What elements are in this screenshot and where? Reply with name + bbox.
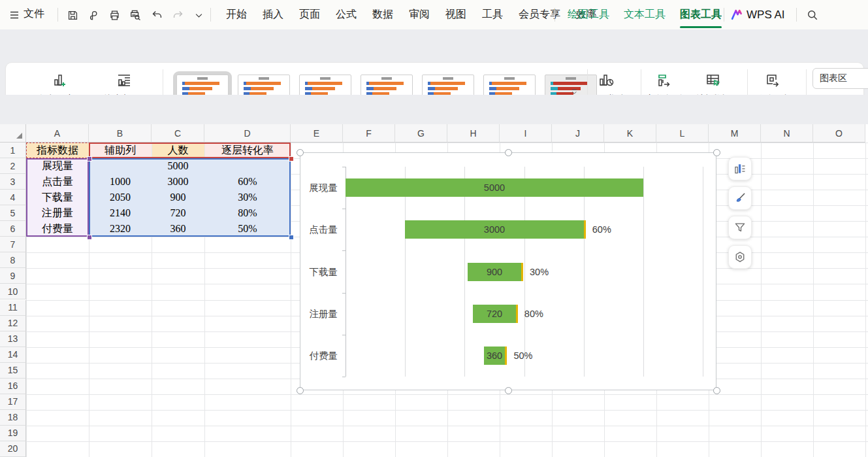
row-header-17[interactable]: 17 <box>0 394 26 410</box>
row-header-5[interactable]: 5 <box>0 205 26 221</box>
chart-gridline <box>464 167 465 377</box>
column-header-L[interactable]: L <box>656 124 709 143</box>
row-header-9[interactable]: 9 <box>0 268 26 284</box>
chart-filter-icon <box>733 221 747 234</box>
menu-item-3[interactable]: 页面 <box>294 8 325 22</box>
row-header-12[interactable]: 12 <box>0 316 26 331</box>
chart-resize-handle[interactable] <box>297 387 304 394</box>
column-header-O[interactable]: O <box>813 124 865 143</box>
chart-gridline <box>405 167 406 377</box>
wps-ai-button[interactable]: WPS AI <box>730 0 785 29</box>
chart-area[interactable]: 展现量5000点击量300060%下载量90030%注册量72080%付费量36… <box>300 152 716 390</box>
column-header-K[interactable]: K <box>604 124 656 143</box>
chart-resize-handle[interactable] <box>297 149 304 156</box>
chart-resize-handle[interactable] <box>713 387 720 394</box>
redo-icon[interactable] <box>170 7 185 23</box>
select-all-corner[interactable] <box>0 124 26 143</box>
chart-rate-label: 50% <box>513 347 532 365</box>
row-header-1[interactable]: 1 <box>0 143 26 158</box>
undo-icon[interactable] <box>149 7 165 23</box>
row-header-18[interactable]: 18 <box>0 410 26 426</box>
toolbar-more-chevron-icon[interactable] <box>191 7 206 23</box>
range-resize-handle[interactable] <box>289 156 294 161</box>
save-icon[interactable] <box>65 7 80 23</box>
range-resize-handle[interactable] <box>87 156 92 161</box>
divider <box>796 8 797 22</box>
menu-item-5[interactable]: 数据 <box>367 8 398 22</box>
row-header-3[interactable]: 3 <box>0 174 26 190</box>
chart-category-label: 付费量 <box>310 350 338 362</box>
chart-rate-bar[interactable] <box>521 263 523 281</box>
column-header-M[interactable]: M <box>709 124 761 143</box>
menu-item-4[interactable]: 公式 <box>330 8 362 22</box>
tool-tab-active[interactable]: 图表工具 <box>674 8 728 22</box>
tool-tab[interactable]: 文本工具 <box>618 8 671 22</box>
menu-item-9[interactable]: 会员专享 <box>513 8 566 22</box>
range-resize-handle[interactable] <box>289 235 294 240</box>
print-icon[interactable] <box>106 7 122 23</box>
chart-resize-handle[interactable] <box>505 149 512 156</box>
chart-rate-bar[interactable] <box>516 305 518 323</box>
row-header-10[interactable]: 10 <box>0 284 26 299</box>
category-range <box>26 158 89 237</box>
column-header-B[interactable]: B <box>89 124 152 143</box>
chart-rate-bar[interactable] <box>584 220 586 239</box>
chart-rate-bar[interactable] <box>505 347 507 365</box>
chart-rate-label: 60% <box>592 220 611 239</box>
row-header-8[interactable]: 8 <box>0 252 26 268</box>
chart-style-brush-button[interactable] <box>728 186 752 210</box>
chart-settings-button[interactable] <box>728 245 752 269</box>
chart-bar[interactable]: 720 <box>473 305 516 323</box>
menu-item-7[interactable]: 视图 <box>440 8 472 22</box>
column-header-E[interactable]: E <box>291 124 343 143</box>
row-header-16[interactable]: 16 <box>0 379 26 394</box>
column-header-N[interactable]: N <box>761 124 813 143</box>
export-pdf-icon[interactable] <box>86 7 101 23</box>
wps-ai-logo-icon <box>730 8 743 21</box>
column-header-D[interactable]: D <box>204 124 291 143</box>
menu-item-1[interactable]: 开始 <box>221 8 252 22</box>
menu-item-8[interactable]: 工具 <box>477 8 508 22</box>
hamburger-menu-icon[interactable] <box>7 7 22 23</box>
divider <box>724 8 724 22</box>
tool-tab[interactable]: 绘图工具 <box>562 8 615 22</box>
range-resize-handle[interactable] <box>87 235 92 240</box>
row-header-2[interactable]: 2 <box>0 158 26 174</box>
chart-bar[interactable]: 900 <box>468 263 521 281</box>
file-menu[interactable]: 文件 <box>24 7 44 21</box>
chart-settings-icon <box>733 250 747 263</box>
menu-item-6[interactable]: 审阅 <box>404 8 435 22</box>
row-header-13[interactable]: 13 <box>0 331 26 347</box>
search-icon[interactable] <box>805 7 820 23</box>
spreadsheet-grid: 指标数据辅助列人数逐层转化率展现量5000点击量1000300060%下载量20… <box>0 124 868 457</box>
column-header-A[interactable]: A <box>26 124 89 143</box>
menu-item-2[interactable]: 插入 <box>257 8 289 22</box>
row-header-20[interactable]: 20 <box>0 441 26 457</box>
column-header-H[interactable]: H <box>447 124 500 143</box>
chart-elements-button[interactable] <box>728 157 752 180</box>
row-header-11[interactable]: 11 <box>0 300 26 316</box>
column-header-C[interactable]: C <box>152 124 204 143</box>
row-header-4[interactable]: 4 <box>0 190 26 205</box>
column-header-I[interactable]: I <box>500 124 552 143</box>
chart-gridline <box>524 167 525 377</box>
print-preview-icon[interactable] <box>127 7 143 23</box>
wps-spreadsheet-window: 文件 开始插入页面公式数据审阅视图工具会员专享效率 绘图工具文本工具图表工具 <box>0 0 868 457</box>
row-header-19[interactable]: 19 <box>0 426 26 441</box>
chart-element-selector[interactable]: 图表区 <box>812 68 868 89</box>
chart-bar[interactable]: 360 <box>484 347 506 365</box>
chart-y-axis <box>346 167 346 377</box>
row-header-7[interactable]: 7 <box>0 237 26 252</box>
chart-bar[interactable]: 3000 <box>405 220 584 239</box>
column-header-G[interactable]: G <box>395 124 447 143</box>
divider <box>555 8 555 22</box>
column-header-F[interactable]: F <box>343 124 395 143</box>
row-header-6[interactable]: 6 <box>0 221 26 237</box>
chart-resize-handle[interactable] <box>505 387 512 394</box>
row-header-15[interactable]: 15 <box>0 363 26 379</box>
chart-resize-handle[interactable] <box>713 149 720 156</box>
column-header-J[interactable]: J <box>552 124 604 143</box>
chart-bar[interactable]: 5000 <box>346 178 643 197</box>
row-header-14[interactable]: 14 <box>0 347 26 363</box>
chart-filter-button[interactable] <box>728 216 752 239</box>
